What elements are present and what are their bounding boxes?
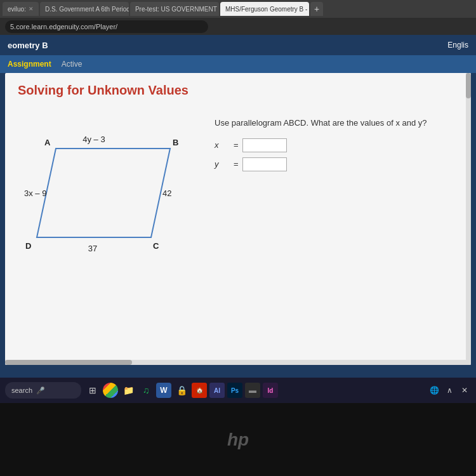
file-explorer-icon[interactable]: 📁 — [121, 383, 136, 398]
id-icon[interactable]: Id — [263, 383, 278, 398]
hp-logo: hp — [227, 430, 249, 450]
taskbar: search 🎤 ⊞ ⊙ 📁 ♫ W 🔒 🏠 AI Ps ▬ Id 🌐 ∧ ✕ — [0, 378, 476, 403]
black-icon[interactable]: ▬ — [245, 383, 260, 398]
nav-active: Active — [62, 60, 83, 69]
vertex-c-label: C — [153, 241, 159, 251]
folder-lock-icon[interactable]: 🔒 — [174, 383, 189, 398]
page-title: Solving for Unknown Values — [18, 83, 458, 98]
ai-icon[interactable]: AI — [209, 383, 225, 398]
close-icon[interactable]: ✕ — [458, 384, 471, 397]
bottom-side-label: 37 — [88, 244, 97, 253]
mic-icon: 🎤 — [36, 387, 45, 395]
y-input-row: y = — [215, 157, 458, 171]
task-view-icon[interactable]: ⊞ — [85, 383, 100, 398]
chevron-up-icon[interactable]: ∧ — [443, 384, 456, 397]
vertex-b-label: B — [173, 138, 178, 147]
x-input[interactable] — [242, 138, 287, 152]
top-side-label: 4y – 3 — [83, 135, 105, 144]
address-input[interactable] — [5, 20, 208, 33]
search-box[interactable]: search 🎤 — [5, 382, 81, 399]
right-side-label: 42 — [162, 188, 171, 198]
search-label: search — [11, 387, 32, 394]
tab-4[interactable]: MHS/Ferguson Geometry B - Edc ✕ — [220, 2, 309, 16]
x-equals: = — [234, 140, 239, 150]
problem-text-area: Use parallelogram ABCD. What are the val… — [215, 110, 458, 176]
parallelogram-diagram: A B C D 4y – 3 3x – 9 42 37 — [18, 110, 195, 269]
problem-description: Use parallelogram ABCD. What are the val… — [215, 117, 458, 129]
taskbar-right: 🌐 ∧ ✕ — [428, 384, 471, 397]
scrollbar-right[interactable] — [466, 73, 471, 365]
x-label: x — [215, 140, 230, 150]
parallelogram-shape — [37, 149, 170, 237]
y-input[interactable] — [242, 157, 287, 171]
word-icon[interactable]: W — [156, 383, 171, 398]
y-equals: = — [234, 159, 239, 169]
spotify-icon[interactable]: ♫ — [138, 383, 154, 398]
ps-icon[interactable]: Ps — [227, 383, 242, 398]
laptop-bezel: hp — [0, 403, 476, 476]
vertex-a-label: A — [44, 138, 51, 147]
nav-bar: Assignment Active — [0, 55, 476, 73]
scrollbar-thumb[interactable] — [466, 73, 471, 98]
content-inner: Solving for Unknown Values A B C D 4 — [5, 73, 471, 365]
new-tab-button[interactable]: + — [310, 2, 323, 16]
app-container: eometry B Englis Assignment Active Solvi… — [0, 35, 476, 378]
tab-3[interactable]: Pre-test: US GOVERNMENT B - H ✕ — [130, 2, 219, 16]
app-lang: Englis — [447, 41, 468, 50]
tab-1[interactable]: eviluo: ✕ — [3, 2, 39, 16]
tab-2[interactable]: D.S. Government A 6th Period 6 ✕ — [40, 2, 129, 16]
tab-1-close[interactable]: ✕ — [29, 6, 34, 12]
tab-bar: eviluo: ✕ D.S. Government A 6th Period 6… — [0, 0, 476, 18]
h-scrollbar[interactable] — [5, 360, 471, 365]
address-bar — [0, 18, 476, 35]
app-title: eometry B — [8, 41, 48, 50]
content-area: Solving for Unknown Values A B C D 4 — [5, 73, 471, 365]
nav-assignment[interactable]: Assignment — [8, 60, 51, 69]
chrome-icon[interactable]: ⊙ — [103, 383, 118, 398]
parallelogram-svg: A B C D 4y – 3 3x – 9 42 37 — [18, 110, 195, 269]
left-side-label: 3x – 9 — [24, 188, 46, 198]
x-input-row: x = — [215, 138, 458, 152]
red-icon[interactable]: 🏠 — [192, 383, 207, 398]
h-scrollbar-thumb[interactable] — [5, 360, 132, 365]
taskbar-icons: ⊞ ⊙ 📁 ♫ W 🔒 🏠 AI Ps ▬ Id — [85, 383, 424, 398]
y-label: y — [215, 159, 230, 169]
app-header: eometry B Englis — [0, 35, 476, 55]
network-icon[interactable]: 🌐 — [428, 384, 440, 397]
vertex-d-label: D — [25, 241, 31, 251]
browser-chrome: eviluo: ✕ D.S. Government A 6th Period 6… — [0, 0, 476, 35]
problem-area: A B C D 4y – 3 3x – 9 42 37 — [18, 110, 458, 269]
